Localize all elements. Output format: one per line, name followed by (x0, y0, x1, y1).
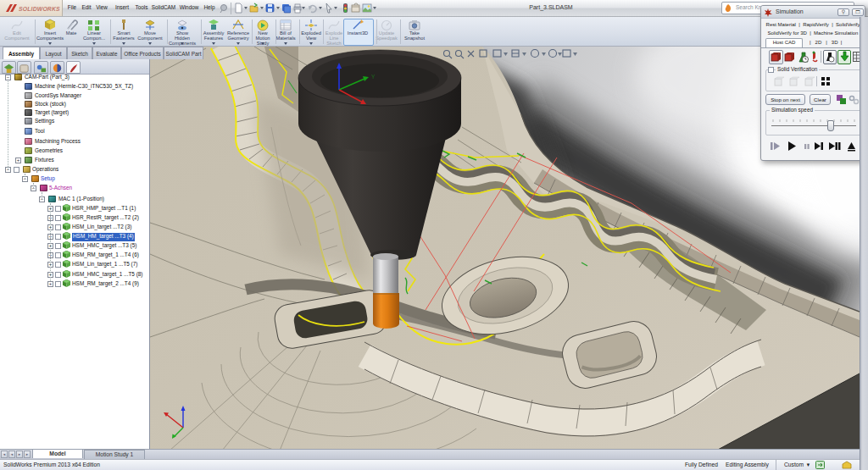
svg-text:SOLIDWORKS: SOLIDWORKS (19, 6, 60, 12)
svg-text:Y: Y (371, 74, 376, 80)
